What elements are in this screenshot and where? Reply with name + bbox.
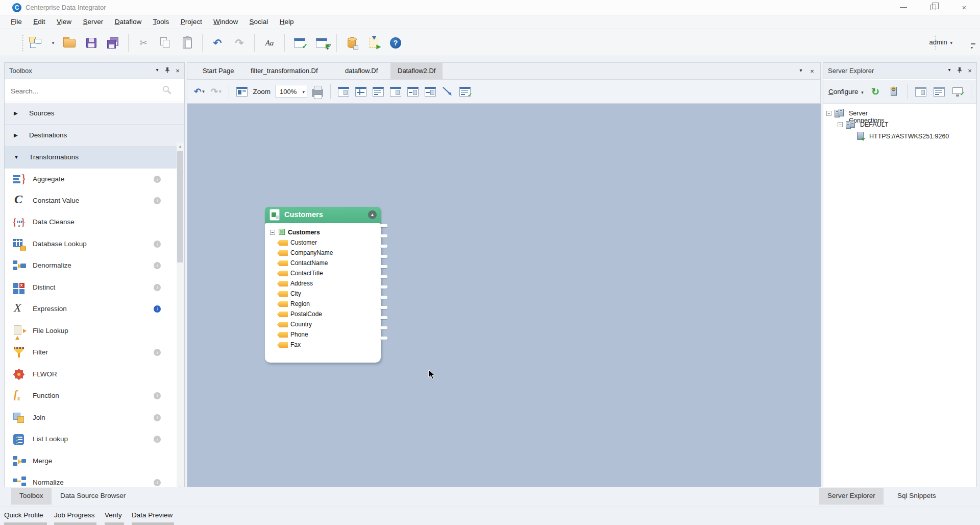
admin-menu-button[interactable]: admin ▾ — [926, 36, 955, 48]
customers-source-node[interactable]: Customers ▲ − Customers Customer Company… — [265, 207, 381, 363]
collapse-node-button[interactable]: ▲ — [368, 210, 377, 219]
collapse-tree-icon[interactable]: − — [826, 111, 831, 116]
output-port[interactable] — [380, 306, 387, 309]
info-icon[interactable]: i — [154, 436, 161, 443]
tab-list-dropdown-button[interactable]: ▾ — [797, 67, 805, 73]
toolbox-item-aggregate[interactable]: } Aggregate i — [5, 169, 177, 190]
close-button[interactable]: × — [952, 0, 976, 15]
zoom-combo[interactable]: 100% ▾ — [276, 85, 307, 98]
toolbox-item-filter[interactable]: Filter i — [5, 342, 177, 363]
toolbox-item-denormalize[interactable]: Denormalize i — [5, 255, 177, 276]
bottom-tab-server-explorer[interactable]: Server Explorer — [819, 488, 884, 505]
bottom-tab-toolbox[interactable]: Toolbox — [11, 488, 52, 505]
toolbox-item-list-lookup[interactable]: ✓✓✓ List Lookup i — [5, 428, 177, 450]
collapse-tree-icon[interactable]: − — [838, 122, 843, 127]
deploy-button[interactable]: ▶ — [364, 33, 383, 53]
toolbox-item-database-lookup[interactable]: Database Lookup i — [5, 233, 177, 255]
refresh-button[interactable]: ↻ — [868, 83, 883, 100]
new-dropdown-button[interactable]: ▾ — [48, 33, 57, 53]
help-button[interactable]: ? — [386, 33, 405, 53]
verify-dataflow-button[interactable]: ✓ — [290, 33, 309, 53]
toolbox-item-distinct[interactable]: x Distinct i — [5, 277, 177, 298]
panel-menu-button[interactable]: ▾ — [153, 67, 162, 75]
info-icon[interactable]: i — [154, 479, 161, 486]
bottom-tab-data-source-browser[interactable]: Data Source Browser — [52, 488, 134, 505]
database-tools-button[interactable] — [342, 33, 361, 53]
status-tab-job-progress[interactable]: Job Progress — [54, 511, 97, 519]
server-monitor-button[interactable]: ✓ — [950, 83, 965, 100]
output-port[interactable] — [380, 265, 387, 268]
info-icon[interactable]: i — [154, 241, 161, 248]
auto-layout-tree-button[interactable] — [354, 83, 368, 100]
toolbox-item-join[interactable]: Join i — [5, 407, 177, 428]
canvas-undo-button[interactable]: ↶▾ — [192, 83, 206, 100]
pin-button[interactable] — [163, 67, 172, 75]
menu-social[interactable]: Social — [245, 15, 273, 28]
toolbox-section-sources[interactable]: ▶ Sources — [5, 103, 184, 125]
node-header[interactable]: Customers ▲ — [265, 207, 381, 223]
paste-button[interactable] — [178, 33, 197, 53]
save-button[interactable] — [82, 33, 101, 53]
output-port[interactable] — [380, 326, 387, 329]
add-server-button[interactable] — [886, 83, 901, 100]
toolbar-overflow-button[interactable]: ▾ — [327, 46, 329, 51]
info-icon[interactable]: i — [154, 197, 161, 204]
info-icon[interactable]: i — [154, 284, 161, 291]
panel-menu-button[interactable]: ▾ — [945, 67, 954, 75]
link-tool-button[interactable] — [440, 83, 455, 100]
font-button[interactable]: Aa — [260, 33, 279, 53]
info-icon[interactable]: i — [154, 176, 161, 183]
output-port[interactable] — [380, 316, 387, 319]
expand-collapse-all-button[interactable] — [371, 83, 385, 100]
canvas-redo-button[interactable]: ↷▾ — [209, 83, 223, 100]
info-icon[interactable]: i — [154, 392, 161, 399]
configure-button[interactable]: Configure ▾ — [827, 86, 865, 98]
menu-view[interactable]: View — [52, 15, 76, 28]
output-port[interactable] — [380, 224, 387, 227]
menu-server[interactable]: Server — [78, 15, 108, 28]
minimize-button[interactable] — [892, 0, 916, 15]
output-port[interactable] — [380, 296, 387, 299]
menu-file[interactable]: File — [6, 15, 27, 28]
print-button[interactable] — [310, 83, 325, 100]
menu-dataflow[interactable]: Dataflow — [110, 15, 146, 28]
toolbox-item-file-lookup[interactable]: File Lookup — [5, 320, 177, 342]
new-dataflow-button[interactable] — [27, 33, 45, 53]
info-icon[interactable]: i — [154, 305, 161, 313]
output-port[interactable] — [380, 275, 387, 278]
collapse-tree-icon[interactable]: − — [270, 230, 275, 235]
copy-button[interactable] — [156, 33, 175, 53]
menu-help[interactable]: Help — [275, 15, 299, 28]
redo-button[interactable]: ↷ — [230, 33, 249, 53]
toolbar-overflow-button[interactable]: ▾ — [971, 45, 973, 50]
swap-panel-button[interactable] — [423, 83, 437, 100]
dataflow-canvas[interactable]: Customers ▲ − Customers Customer Company… — [187, 104, 821, 493]
pin-button[interactable] — [955, 67, 964, 75]
toolbox-scrollbar[interactable]: ▲ ▼ — [177, 142, 184, 491]
server-properties-button[interactable] — [913, 83, 928, 100]
scrollbar-thumb[interactable] — [177, 151, 183, 262]
dock-panel-button[interactable] — [406, 83, 420, 100]
toolbox-item-data-cleanse[interactable]: { x} Data Cleanse — [5, 211, 177, 233]
restore-button[interactable] — [922, 0, 945, 15]
toolbox-item-merge[interactable]: Merge — [5, 450, 177, 472]
job-schedules-button[interactable] — [932, 83, 947, 100]
menu-edit[interactable]: Edit — [29, 15, 50, 28]
tab-start-page[interactable]: Start Page — [195, 63, 241, 79]
output-port[interactable] — [380, 255, 387, 258]
save-all-button[interactable] — [104, 33, 122, 53]
toolbox-item-expression[interactable]: X Expression i — [5, 298, 177, 320]
toolbox-item-constant-value[interactable]: C Constant Value i — [5, 190, 177, 211]
toolbox-section-transformations[interactable]: ▼ Transformations — [5, 147, 184, 169]
layout-options-button[interactable] — [235, 83, 249, 100]
tab-filter-transformation[interactable]: filter_transformation.Df — [243, 63, 325, 79]
output-port[interactable] — [380, 234, 387, 237]
toolbar-grip[interactable] — [21, 34, 24, 52]
tab-dataflow[interactable]: dataflow.Df — [338, 63, 385, 79]
status-tab-verify[interactable]: Verify — [105, 511, 125, 519]
toolbox-item-function[interactable]: fx Function i — [5, 385, 177, 407]
show-panel-button[interactable] — [388, 83, 403, 100]
info-icon[interactable]: i — [154, 349, 161, 356]
close-panel-button[interactable]: × — [965, 67, 974, 75]
output-port[interactable] — [380, 337, 387, 340]
